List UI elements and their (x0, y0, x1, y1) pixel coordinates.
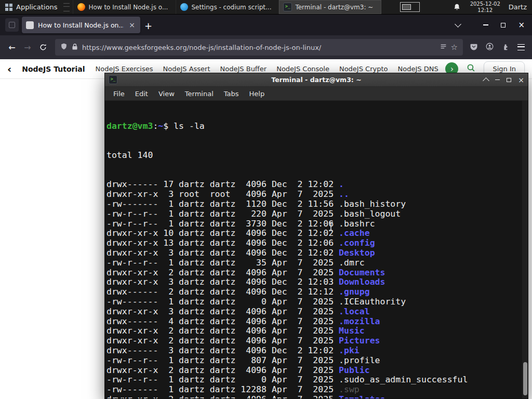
firefox-view-icon[interactable] (5, 18, 19, 32)
ls-row-filename: .ICEauthority (339, 297, 406, 307)
ls-row: drwxr-xr-x 3 dartz dartz 4096 Dec 2 12:0… (107, 248, 521, 258)
window-button-icon (283, 3, 292, 11)
panel-clock[interactable]: 2025-12-02 12:12 (470, 1, 500, 13)
account-icon[interactable] (486, 43, 494, 52)
gfg-nav-link[interactable]: NodeJS Crypto (339, 65, 388, 73)
window-button-icon (77, 3, 85, 11)
ls-row-fields: drwx------ 17 dartz dartz 4096 Dec 2 12:… (107, 179, 339, 189)
terminal-maximize-button[interactable] (507, 78, 511, 82)
ls-row: -rw------- 1 dartz dartz 0 Apr 7 2025 .I… (107, 297, 521, 307)
ls-row-filename: Desktop (339, 248, 375, 258)
ls-row: drwxr-xr-x 10 dartz dartz 4096 Dec 2 12:… (107, 229, 521, 238)
ls-row: -rw-r--r-- 1 dartz dartz 220 Apr 7 2025 … (107, 209, 521, 219)
list-all-tabs-icon[interactable] (455, 21, 462, 28)
window-button-terminal[interactable]: Terminal - dartz@vm3: ~ (278, 0, 381, 14)
terminal-body[interactable]: dartz@vm3:~$ ls -la total 140 drwx------… (105, 101, 528, 398)
ls-row-filename: .. (339, 189, 349, 199)
workspace-switcher[interactable] (400, 2, 420, 12)
applications-label: Applications (16, 3, 57, 11)
ls-row-filename: .sudo_as_admin_successful (339, 375, 468, 384)
ls-row-fields: drwxr-xr-x 3 dartz dartz 4096 Apr 7 2025 (107, 307, 339, 316)
ls-row-fields: -rw-r--r-- 1 dartz dartz 3730 Dec 2 12:0… (107, 219, 339, 229)
browser-maximize-button[interactable] (501, 23, 506, 28)
toolbar-right-icons (470, 43, 525, 52)
browser-window-controls: × (483, 22, 528, 28)
ls-row-fields: drwxr-xr-x 3 dartz dartz 4096 Dec 2 12:0… (107, 277, 339, 287)
gfg-brand-link[interactable]: NodeJS Tutorial (22, 65, 85, 73)
ls-row: drwx------ 3 dartz dartz 4096 Dec 2 12:0… (107, 346, 521, 356)
ls-row-filename: . (339, 179, 344, 189)
ls-row-fields: drwx------ 4 dartz dartz 4096 Apr 7 2025 (107, 316, 339, 326)
ls-row-fields: drwxr-xr-x 3 root root 4096 Apr 7 2025 (107, 189, 339, 199)
browser-close-button[interactable]: × (518, 22, 525, 28)
browser-tab-active[interactable]: How to Install Node.js on... × (22, 17, 140, 33)
ls-row-fields: drwxr-xr-x 10 dartz dartz 4096 Dec 2 12:… (107, 228, 339, 238)
prompt-symbol: $ (163, 121, 168, 131)
url-bar[interactable]: https://www.geeksforgeeks.org/node-js/in… (55, 39, 463, 56)
ls-row-filename: .local (339, 307, 370, 316)
terminal-menu-tabs[interactable]: Tabs (219, 90, 244, 98)
reload-button[interactable] (35, 39, 51, 55)
new-tab-button[interactable]: + (144, 21, 152, 31)
ls-row: drwxr-xr-x 3 dartz dartz 4096 Apr 7 2025… (107, 307, 521, 317)
tab-favicon (26, 21, 34, 29)
terminal-menu-help[interactable]: Help (244, 90, 270, 98)
terminal-rollup-button[interactable] (483, 77, 489, 84)
ls-row: drwxr-xr-x 13 dartz dartz 4096 Dec 2 12:… (107, 238, 521, 248)
tracking-shield-icon[interactable] (60, 43, 68, 52)
window-button-label: How to Install Node.js o... (88, 4, 168, 11)
terminal-menu-file[interactable]: File (108, 90, 130, 98)
gfg-nav-link[interactable]: NodeJS Assert (163, 65, 210, 73)
ls-row-fields: drwxr-xr-x 2 dartz dartz 4096 Apr 7 2025 (107, 268, 339, 277)
url-text[interactable]: https://www.geeksforgeeks.org/node-js/in… (82, 44, 436, 51)
clock-time: 12:12 (477, 7, 493, 14)
forward-button[interactable]: → (20, 39, 35, 55)
applications-grid-icon (5, 4, 12, 11)
terminal-command: ls -la (168, 121, 205, 131)
applications-menu-button[interactable]: Applications (0, 0, 62, 14)
lock-icon[interactable] (72, 43, 78, 52)
ls-row: -rw------- 1 dartz dartz 1120 Dec 2 11:5… (107, 200, 521, 209)
terminal-titlebar[interactable]: Terminal - dartz@vm3: ~ × (105, 73, 528, 87)
terminal-scrollbar-thumb[interactable] (523, 362, 527, 395)
bookmark-star-icon[interactable]: ☆ (451, 43, 458, 52)
terminal-menu-view[interactable]: View (153, 90, 180, 98)
ls-row-fields: drwxr-xr-x 2 dartz dartz 4096 Apr 7 2025 (107, 394, 339, 398)
ls-row-filename: Music (339, 326, 365, 336)
ls-row-fields: drwxr-xr-x 2 dartz dartz 4096 Apr 7 2025 (107, 326, 339, 336)
terminal-close-button[interactable]: × (518, 77, 524, 83)
ls-row-fields: drwx------ 3 dartz dartz 4096 Dec 2 12:0… (107, 345, 339, 355)
reader-mode-icon[interactable] (440, 43, 447, 51)
window-button-firefox[interactable]: How to Install Node.js o... (73, 0, 176, 14)
notification-bell-icon[interactable] (453, 3, 461, 11)
browser-minimize-button[interactable] (483, 24, 488, 25)
ls-row-fields: -rw-r--r-- 1 dartz dartz 220 Apr 7 2025 (107, 209, 339, 219)
ls-row: -rw-r--r-- 1 dartz dartz 3730 Dec 2 12:0… (107, 219, 521, 229)
ls-row-fields: -rw------- 1 dartz dartz 1120 Dec 2 11:5… (107, 199, 339, 209)
ls-row: -rw-r--r-- 1 dartz dartz 0 Apr 7 2025 .s… (107, 375, 521, 385)
terminal-menu-edit[interactable]: Edit (130, 90, 153, 98)
gfg-nav-link[interactable]: NodeJS Exercises (96, 65, 153, 73)
terminal-window-controls: × (484, 77, 524, 83)
gfg-links: NodeJS ExercisesNodeJS AssertNodeJS Buff… (96, 65, 466, 73)
gfg-nav-link[interactable]: NodeJS Console (276, 65, 329, 73)
nav-scroll-left-icon[interactable]: ‹ (7, 64, 11, 74)
ls-row: drwxr-xr-x 3 root root 4096 Apr 7 2025 .… (107, 190, 521, 200)
ls-row-fields: drwx------ 2 dartz dartz 4096 Dec 2 12:1… (107, 287, 339, 297)
terminal-minimize-button[interactable] (495, 79, 500, 81)
pocket-icon[interactable] (470, 43, 477, 52)
tab-close-icon[interactable]: × (128, 21, 136, 29)
extensions-icon[interactable] (502, 43, 509, 52)
menu-icon[interactable] (517, 44, 525, 50)
gfg-nav-link[interactable]: NodeJS DNS (398, 65, 438, 73)
window-button-codium[interactable]: Settings - codium script... (176, 0, 278, 14)
ls-row-filename: Downloads (339, 277, 385, 287)
terminal-menu-terminal[interactable]: Terminal (180, 90, 219, 98)
ls-row: drwxr-xr-x 2 dartz dartz 4096 Apr 7 2025… (107, 336, 521, 346)
gfg-nav-link[interactable]: NodeJS Buffer (220, 65, 267, 73)
terminal-scrollbar[interactable] (522, 101, 528, 398)
tab-title: How to Install Node.js on... (38, 21, 124, 29)
ls-row-filename: .mozilla (339, 316, 380, 326)
workspace-window-thumb (402, 4, 411, 10)
back-button[interactable]: ← (4, 39, 20, 55)
